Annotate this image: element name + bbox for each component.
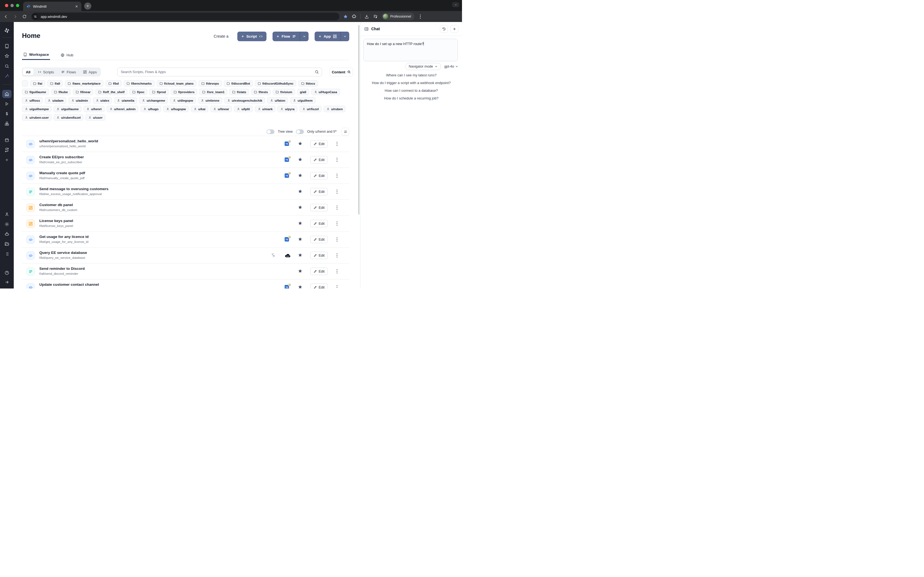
item-row[interactable]: Query EE service databasef/bd/query_ee_s…: [22, 247, 349, 263]
edit-button[interactable]: Edit: [310, 140, 328, 148]
flow-dropdown-chevron-icon[interactable]: [300, 32, 309, 41]
item-menu-icon[interactable]: [336, 190, 339, 194]
edit-button[interactable]: Edit: [310, 268, 328, 275]
sidebar-item-triggers[interactable]: [5, 148, 9, 153]
item-row[interactable]: License keys panelf/bd/license_keys_pane…: [22, 215, 349, 231]
chat-new-button[interactable]: [451, 25, 459, 33]
item-menu-icon[interactable]: [336, 158, 339, 162]
sidebar-item-folders[interactable]: [5, 242, 9, 247]
chat-suggestion[interactable]: How can I connect to a database?: [385, 89, 438, 93]
sidebar-item-ai-wand[interactable]: [5, 73, 9, 78]
site-settings-icon[interactable]: [32, 13, 38, 19]
windmill-logo-icon[interactable]: [4, 27, 10, 34]
sidebar-item-settings[interactable]: [5, 222, 9, 227]
sidebar-item-runs[interactable]: [5, 102, 9, 106]
chat-suggestion[interactable]: How do I schedule a recurring job?: [384, 96, 439, 100]
select-all-chip[interactable]: [22, 80, 28, 87]
user-chip[interactable]: u/guilhem: [290, 97, 315, 103]
sidebar-item-home[interactable]: [5, 92, 9, 97]
main-scrollbar[interactable]: [358, 25, 359, 214]
favorite-star-icon[interactable]: [298, 221, 302, 226]
user-chip[interactable]: u/lplit: [234, 106, 253, 112]
item-row[interactable]: Get usage for any licence idf/bd/get_usa…: [22, 231, 349, 247]
browser-tab[interactable]: Windmill ✕: [23, 2, 81, 11]
new-tab-button[interactable]: +: [84, 2, 91, 10]
user-chip[interactable]: u/linear: [210, 106, 232, 112]
create-flow-button[interactable]: Flow: [273, 32, 309, 41]
user-chip[interactable]: u/etienne: [198, 97, 222, 103]
item-row[interactable]: u/henri/personalized_hello_worldu/henri/…: [22, 136, 349, 152]
downloads-icon[interactable]: [364, 14, 369, 19]
reload-icon[interactable]: [20, 14, 29, 19]
edit-button[interactable]: Edit: [310, 156, 328, 163]
traffic-minimize-button[interactable]: [10, 4, 14, 7]
sidebar-item-favorites[interactable]: [5, 53, 9, 58]
browser-profile-chip[interactable]: Professionnel: [382, 13, 414, 20]
folder-chip[interactable]: f/guillaume: [22, 89, 49, 95]
chat-input[interactable]: How do I set up a new HTTP route?: [363, 39, 458, 61]
folder-chip[interactable]: f/cloud_team_plans: [157, 80, 196, 87]
edit-button[interactable]: Edit: [310, 204, 328, 211]
folder-chip[interactable]: f/discordBot: [224, 80, 253, 87]
user-chip[interactable]: u/hugo: [141, 106, 161, 112]
chat-suggestion[interactable]: Where can I see my latest runs?: [386, 73, 437, 77]
edit-button[interactable]: Edit: [310, 252, 328, 259]
folder-chip[interactable]: f/all: [47, 80, 63, 87]
user-chip[interactable]: u/faton: [267, 97, 288, 103]
user-chip[interactable]: u/diegopw: [170, 97, 196, 103]
folder-chip[interactable]: f/bd: [106, 80, 121, 87]
create-script-button[interactable]: Script: [237, 32, 267, 41]
search-box[interactable]: [117, 68, 322, 76]
user-chip[interactable]: u/exteugenchubchik: [225, 97, 265, 103]
folder-chip[interactable]: f/poc: [129, 89, 147, 95]
filter-scripts[interactable]: Scripts: [35, 68, 57, 76]
item-row[interactable]: Manually create quote pdff/bd/manually_c…: [22, 168, 349, 184]
folder-chip[interactable]: f/stats: [229, 89, 249, 95]
folder-chip[interactable]: f/linear: [73, 89, 94, 95]
display-settings-button[interactable]: [342, 128, 349, 135]
user-chip[interactable]: u/changeme: [139, 97, 168, 103]
item-menu-icon[interactable]: [336, 253, 339, 258]
user-chip[interactable]: u/rubenfiszel: [53, 114, 83, 121]
favorite-star-icon[interactable]: [298, 285, 302, 288]
forward-icon[interactable]: [10, 14, 20, 19]
user-chip[interactable]: u/user: [86, 114, 105, 121]
tab-hub[interactable]: Hub: [60, 50, 74, 60]
edit-button[interactable]: Edit: [310, 220, 328, 227]
folder-chip[interactable]: f/benchmarks: [124, 80, 155, 87]
sidebar-item-billing[interactable]: [5, 111, 9, 116]
user-chip[interactable]: u/adam: [45, 97, 66, 103]
edit-button[interactable]: Edit: [310, 172, 328, 179]
sidebar-item-logs[interactable]: [5, 251, 9, 256]
edit-button[interactable]: Edit: [310, 284, 328, 288]
folder-chip[interactable]: f/providers: [171, 89, 197, 95]
item-menu-icon[interactable]: [336, 285, 339, 288]
item-menu-icon[interactable]: [336, 206, 339, 210]
user-chip[interactable]: u/alex: [93, 97, 112, 103]
group-chip[interactable]: g/all: [297, 89, 309, 95]
sidebar-item-workspace[interactable]: [5, 44, 9, 48]
user-chip[interactable]: u/rfiszel: [299, 106, 321, 112]
panel-collapse-icon[interactable]: [364, 27, 369, 31]
sidebar-expand-icon[interactable]: [5, 280, 9, 285]
sidebar-item-resources[interactable]: [5, 121, 9, 126]
item-row[interactable]: Send message to overusing customersf/bd/…: [22, 184, 349, 200]
folder-chip[interactable]: f/prod: [149, 89, 169, 95]
folder-chip[interactable]: f/devops: [199, 80, 222, 87]
tab-close-icon[interactable]: ✕: [75, 5, 78, 8]
item-menu-icon[interactable]: [336, 174, 339, 178]
edit-button[interactable]: Edit: [310, 188, 328, 195]
favorite-star-icon[interactable]: [298, 269, 302, 273]
folder-chip[interactable]: f/docs: [298, 80, 318, 87]
filter-all[interactable]: All: [23, 68, 34, 76]
sidebar-item-workers[interactable]: [5, 232, 9, 237]
user-chip[interactable]: u/mark: [255, 106, 276, 112]
sidebar-item-help[interactable]: [5, 270, 9, 275]
folder-chip[interactable]: f/ai: [30, 80, 45, 87]
traffic-close-button[interactable]: [5, 4, 8, 7]
chat-suggestion[interactable]: How do I trigger a script with a webhook…: [372, 81, 451, 85]
search-input[interactable]: [121, 70, 315, 74]
folder-chip[interactable]: f/tests: [251, 89, 271, 95]
item-menu-icon[interactable]: [336, 142, 339, 146]
user-chip[interactable]: u/ruben-user: [22, 114, 52, 121]
